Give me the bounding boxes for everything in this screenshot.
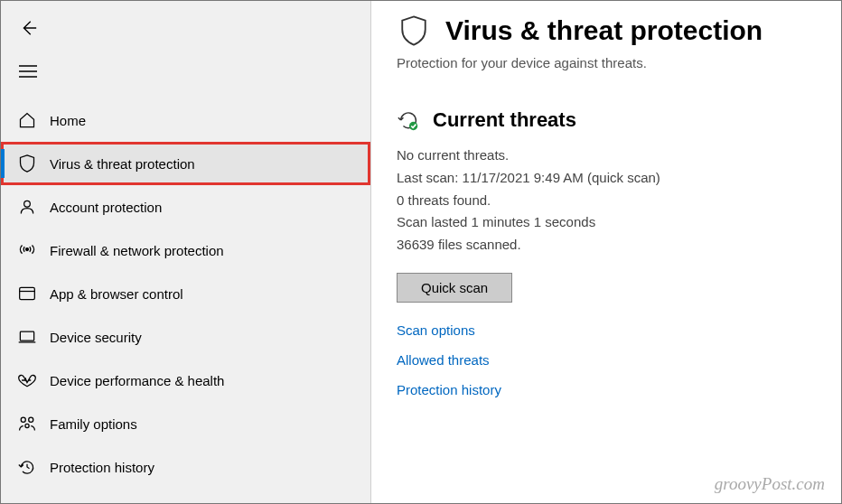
sidebar-item-label: Account protection <box>50 200 162 215</box>
sidebar-item-label: Protection history <box>50 460 154 475</box>
sidebar-item-history[interactable]: Protection history <box>1 445 370 489</box>
sidebar-item-family[interactable]: Family options <box>1 402 370 445</box>
links-block: Scan options Allowed threats Protection … <box>397 322 816 397</box>
home-icon <box>17 110 37 130</box>
status-line: Last scan: 11/17/2021 9:49 AM (quick sca… <box>397 167 816 190</box>
status-block: No current threats. Last scan: 11/17/202… <box>397 145 816 257</box>
svg-point-4 <box>26 248 29 251</box>
scan-history-icon <box>397 108 420 132</box>
sidebar-item-home[interactable]: Home <box>1 98 370 142</box>
allowed-threats-link[interactable]: Allowed threats <box>397 352 816 368</box>
antenna-icon <box>17 240 37 260</box>
page-title: Virus & threat protection <box>445 15 762 46</box>
sidebar-item-label: Virus & threat protection <box>50 156 195 172</box>
family-icon <box>17 414 37 434</box>
protection-history-link[interactable]: Protection history <box>397 382 816 397</box>
status-line: 36639 files scanned. <box>397 234 816 257</box>
sidebar-item-label: Family options <box>50 416 137 432</box>
sidebar-item-performance[interactable]: Device performance & health <box>1 359 370 402</box>
top-controls <box>1 8 370 98</box>
user-icon <box>17 197 37 217</box>
nav-list: Home Virus & threat protection Account p… <box>1 98 370 489</box>
window-icon <box>17 284 37 303</box>
main-content: Virus & threat protection Protection for… <box>371 1 841 503</box>
status-line: Scan lasted 1 minutes 1 seconds <box>397 211 816 234</box>
shield-icon <box>17 154 37 173</box>
status-line: 0 threats found. <box>397 190 816 212</box>
svg-point-8 <box>21 417 25 422</box>
history-icon <box>17 457 37 477</box>
sidebar-item-label: Device security <box>50 330 142 345</box>
svg-point-10 <box>25 424 29 427</box>
page-header: Virus & threat protection <box>397 14 816 48</box>
svg-rect-7 <box>20 331 33 341</box>
svg-point-3 <box>24 201 31 207</box>
svg-point-9 <box>29 417 33 422</box>
menu-button[interactable] <box>12 55 44 88</box>
back-button[interactable] <box>12 12 44 44</box>
scan-options-link[interactable]: Scan options <box>397 322 816 338</box>
laptop-icon <box>17 327 37 347</box>
svg-rect-5 <box>20 287 35 299</box>
sidebar-item-label: Home <box>50 113 86 128</box>
svg-point-11 <box>409 122 417 130</box>
page-subtitle: Protection for your device against threa… <box>397 55 816 70</box>
shield-icon <box>397 14 431 48</box>
status-line: No current threats. <box>397 145 816 167</box>
sidebar-item-label: Device performance & health <box>50 373 224 388</box>
sidebar-item-label: App & browser control <box>50 286 183 302</box>
watermark: groovyPost.com <box>715 474 825 494</box>
heartbeat-icon <box>17 370 37 390</box>
sidebar-item-label: Firewall & network protection <box>50 243 224 258</box>
sidebar-item-app-browser[interactable]: App & browser control <box>1 272 370 315</box>
hamburger-icon <box>19 65 37 78</box>
back-arrow-icon <box>18 18 38 38</box>
sidebar-item-virus-threat[interactable]: Virus & threat protection <box>1 142 370 185</box>
sidebar-item-firewall[interactable]: Firewall & network protection <box>1 229 370 272</box>
sidebar-item-device-security[interactable]: Device security <box>1 315 370 359</box>
section-title: Current threats <box>433 108 576 132</box>
quick-scan-button[interactable]: Quick scan <box>397 273 512 303</box>
sidebar-item-account[interactable]: Account protection <box>1 185 370 229</box>
section-header: Current threats <box>397 108 816 132</box>
sidebar: Home Virus & threat protection Account p… <box>1 1 371 503</box>
